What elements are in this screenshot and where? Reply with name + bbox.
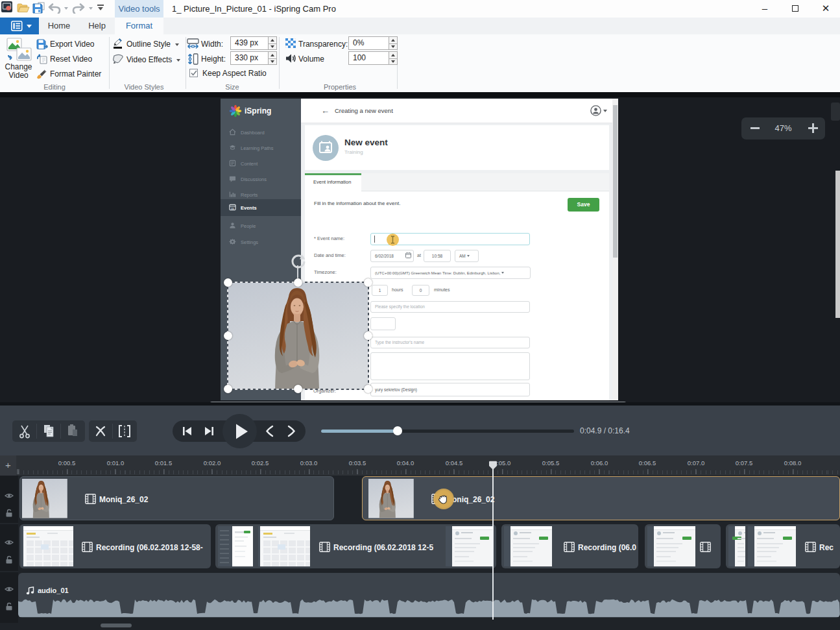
svg-text:15: 15 — [231, 207, 234, 210]
